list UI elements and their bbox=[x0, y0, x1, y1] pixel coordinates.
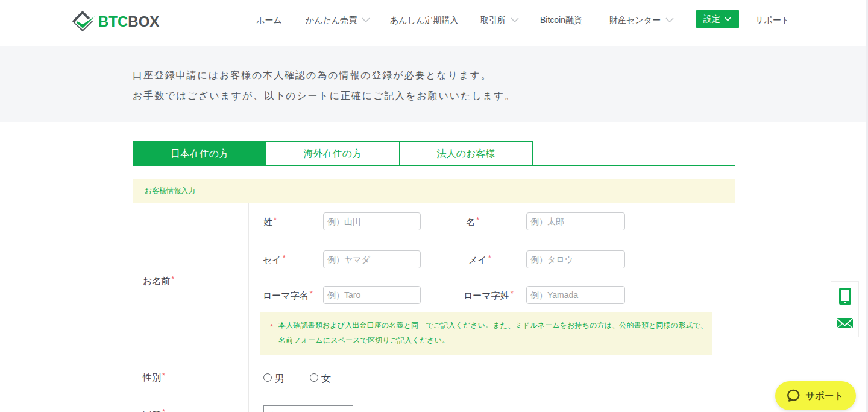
svg-text:BTCBOX: BTCBOX bbox=[98, 13, 159, 30]
